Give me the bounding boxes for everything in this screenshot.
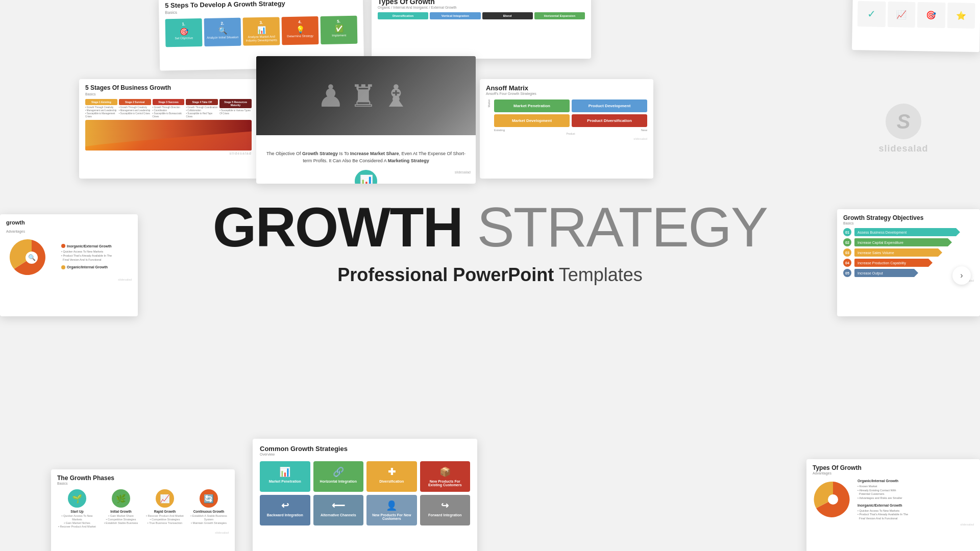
scroll-right-icon: › [960,271,963,280]
card-types-growth[interactable]: Types Of Growth Organic / Internal And I… [372,0,591,59]
legend-inorganic-desc: • Quicker Access To New Markets• Product… [61,250,112,262]
card-left-content: 🔍 Inorganic/External Growth • Quicker Ac… [6,237,132,278]
card-common-strategies[interactable]: Common Growth Strategies Overview 📊Marke… [253,439,477,551]
card-stages-subtitle: Basics [85,92,252,96]
type-diversification: Diversification [378,12,428,19]
chess-text: The Objective Of Growth Strategy Is To I… [256,135,476,170]
ansoff-y-label: Market [486,99,492,107]
legend-inorganic-title: Inorganic/External Growth [61,244,112,248]
card-left-brand: slidesalad [6,278,132,281]
obj-row-1: 01 Assess Business Development [843,228,974,236]
card-common-subtitle: Overview [260,453,470,456]
legend-desc-inorganic: • Quicker Access To New Markets• Product… [857,509,974,521]
types-bottom-area: Organic/Internal Growth • Known Market• … [813,479,974,521]
ansoff-wrapper: Market Market Penetration Product Develo… [486,99,647,135]
phases-brand: slidesalad [57,531,229,534]
hero-subtitle: Professional PowerPoint Templates [133,264,847,286]
legend-title-organic: Organic/Internal Growth [857,479,974,483]
hero-title: GROWTH STRATEGY [133,199,847,255]
stages-brand: slidesalad [85,152,252,155]
card-growth-phases[interactable]: The Growth Phases Basics 🌱 Start Up • Qu… [51,469,235,551]
card-left-title: growth [6,219,132,226]
phases-row: 🌱 Start Up • Quicker Access To New Marke… [57,489,229,529]
strategy-backward: ↩Backward Integration [260,495,310,525]
right-icon-target: 🎯 [917,2,945,28]
card-obj-subtitle: Basics [843,221,974,225]
ansoff-x-labels: ExistingNew [494,129,647,132]
step-2: 2. 🔍 Analyze Initial Situation [204,18,241,47]
scroll-right-arrow[interactable]: › [952,266,971,285]
ansoff-market-dev: Market Development [494,114,570,127]
phase-initial: 🌿 Initial Growth • Gain Market Share• Co… [101,489,141,525]
obj-row-4: 04 Increase Production Capability [843,259,974,267]
growth-pie-chart: 🔍 [6,237,57,278]
ss-logo-circle: S [886,104,921,139]
step-3: 3. 📊 Analyze Market And Industry Develop… [243,17,280,46]
strategies-grid: 📊Market Penetration 🔗Horizontal Integrat… [260,461,470,525]
ss-brand-name: slidesalad [878,143,928,154]
ss-logo-letter: S [897,110,911,133]
types-bottom-pie-chart [813,479,853,520]
card-types-growth-bottom[interactable]: Types Of Growth Advantages Organic/Inter… [806,459,980,551]
card-objectives[interactable]: Growth Strategy Objectives Basics 01 Ass… [837,209,980,316]
strategy-horizontal: 🔗Horizontal Integration [313,461,364,492]
card-stages-title: 5 Stages Of Business Growth [85,84,252,91]
strategy-new-products-existing: 📦New Products For Existing Customers [420,461,471,492]
card-obj-title: Growth Strategy Objectives [843,214,974,221]
type-horizontal: Horizontal Expansion [534,12,585,19]
legend-title-inorganic: Inorganic/External Growth [857,504,974,507]
card-types-subtitle: Organic / Internal And Inorganic / Exter… [378,6,585,9]
ansoff-x-header: Product [494,132,647,135]
stages-chart [85,120,252,151]
card-right-tabs[interactable]: Opening Scale Focus › ✓ 📈 🎯 ⭐ [852,0,980,52]
ansoff-market-penetration: Market Penetration [494,99,570,112]
types-bottom-legend: Organic/Internal Growth • Known Market• … [857,479,974,521]
svg-text:🔍: 🔍 [28,254,36,261]
ansoff-grid-wrapper: Market Penetration Product Development M… [494,99,647,135]
hero-subtitle-bold: Professional PowerPoint [337,264,554,285]
right-icon-star: ⭐ [947,3,975,29]
legend-organic-title: Organic/Internal Growth [61,265,112,269]
strategy-market-penetration: 📊Market Penetration [260,461,310,492]
card-left-growth[interactable]: growth Advantages 🔍 Inorganic/External G… [0,214,138,316]
card-growth-phases-title: The Growth Phases [57,474,229,482]
slidesalad-logo-area: S slidesalad [847,79,960,179]
right-icon-chart: 📈 [887,2,915,28]
card-left-subtitle: Advantages [6,230,132,233]
ansoff-brand: slidesalad [486,137,647,140]
hero-section: GROWTH STRATEGY Professional PowerPoint … [133,199,847,286]
legend-desc-organic: • Known Market• Already Existing Contact… [857,485,974,500]
hero-title-bold: GROWTH [213,195,462,258]
card-chess[interactable]: ♟♜♝ 📊 The Objective Of Growth Strategy I… [256,56,476,184]
step-4: 4. 💡 Determine Strategy [281,16,318,45]
strategy-forward: ↪Forward Integration [420,495,471,525]
steps-row: 1. 🎯 Set Objective 2. 🔍 Analyze Initial … [165,16,358,47]
card-stages[interactable]: 5 Stages Of Business Growth Basics Stage… [79,79,258,179]
card-growth-phases-subtitle: Basics [57,482,229,485]
phase-continuous: 🔄 Continuous Growth • Establish A Stable… [189,489,229,525]
types-bottom-brand: slidesalad [813,523,974,526]
ansoff-product-dev: Product Development [572,99,647,112]
card-left-legend: Inorganic/External Growth • Quicker Acce… [61,244,112,271]
strategy-diversification: ✚Diversification [366,461,417,492]
strategy-alternative: ⟵Alternative Channels [313,495,364,525]
svg-point-2 [828,494,838,505]
card-types-bottom-subtitle: Advantages [813,471,974,475]
step-1: 1. 🎯 Set Objective [165,18,203,47]
ansoff-grid: Market Penetration Product Development M… [494,99,647,127]
hero-subtitle-templates: Templates [559,264,643,285]
card-ansoff[interactable]: Ansoff Matrix Ansoff's Four Growth Strat… [480,79,653,179]
type-vertical: Vertical Integration [430,12,480,19]
card-types-bottom-title: Types Of Growth [813,464,974,471]
card-ansoff-subtitle: Ansoff's Four Growth Strategies [486,92,647,95]
stages-header: Stage 1 Existing • Growth Through Creati… [85,99,252,118]
card-common-title: Common Growth Strategies [260,445,470,453]
phase-rapid: 📈 Rapid Growth • Recover Product And Mar… [145,489,185,525]
chess-bg: ♟♜♝ [256,56,476,135]
strategy-new-products-new: 👤New Products For New Customers [366,495,417,525]
types-grid: Diversification Vertical Integration Ble… [378,12,585,19]
right-icons-row: ✓ 📈 🎯 ⭐ [857,1,975,29]
step-5: 5. ✅ Implement [320,16,357,45]
chess-image: ♟♜♝ [256,56,476,135]
right-icon-check: ✓ [857,1,886,27]
